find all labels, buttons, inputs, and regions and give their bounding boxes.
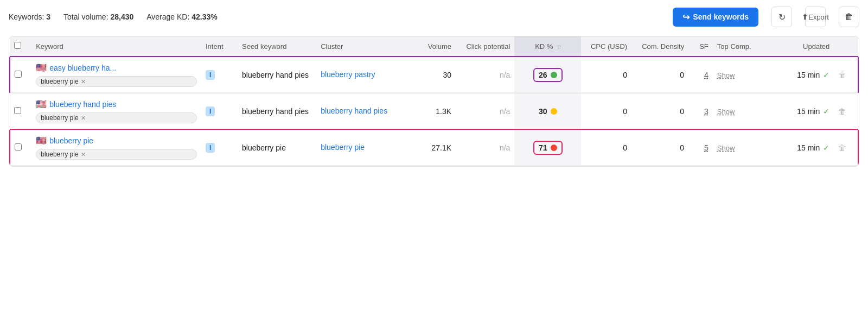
refresh-button[interactable]: ↻ (771, 7, 792, 27)
row3-keyword-text: blueberry pie (49, 136, 93, 145)
kd-pct-header[interactable]: KD % ≡ (514, 36, 581, 57)
total-volume-stat: Total volume: 28,430 (63, 12, 133, 21)
row2-check-icon: ✓ (823, 107, 829, 116)
select-all-header[interactable] (10, 36, 31, 57)
row3-volume-val: 27.1K (432, 143, 452, 152)
row3-intent-badge: I (206, 143, 215, 153)
row1-seed-text: blueberry hand pies (242, 71, 309, 79)
row3-cluster-cell: blueberry pie (316, 130, 407, 166)
avg-kd-value: 42.33% (192, 12, 217, 21)
row3-kd-dot (551, 145, 557, 151)
row1-volume-val: 30 (443, 71, 452, 79)
row2-seed-text: blueberry hand pies (242, 107, 309, 116)
row2-intent-badge: I (206, 106, 215, 116)
seed-keyword-header: Seed keyword (238, 36, 316, 57)
row2-keyword-link[interactable]: 🇺🇸 blueberry hand pies (36, 99, 197, 109)
row1-seed-cell: blueberry hand pies (238, 57, 316, 93)
row3-com-val: 0 (680, 143, 684, 152)
row1-show-link[interactable]: Show (717, 71, 735, 79)
row2-show-link[interactable]: Show (717, 108, 735, 116)
table-header-row: Keyword Intent Seed keyword Cluster Volu… (10, 36, 858, 57)
row2-cluster-cell: blueberry hand pies (316, 93, 407, 130)
row2-click-cell: n/a (456, 93, 514, 130)
top-bar: Keywords: 3 Total volume: 28,430 Average… (9, 7, 859, 27)
row1-kd-cell: 26 (514, 57, 581, 93)
row2-delete-icon[interactable]: 🗑 (838, 107, 846, 116)
row3-cpc-val: 0 (623, 143, 627, 152)
row3-intent-cell: I (201, 130, 238, 166)
select-all-checkbox[interactable] (14, 42, 21, 49)
row1-updated-text: 15 min (797, 71, 820, 79)
row2-sf-val[interactable]: 3 (704, 107, 709, 116)
trash-icon: 🗑 (845, 12, 853, 22)
row3-show-link[interactable]: Show (717, 144, 735, 152)
row1-sf-cell: 4 (688, 57, 713, 93)
row2-updated-text: 15 min (797, 107, 820, 116)
row3-tag-remove[interactable]: ✕ (81, 151, 86, 158)
row1-tag: blueberry pie ✕ (36, 76, 197, 87)
row1-intent-badge: I (206, 70, 215, 80)
row2-actions-cell: 🗑 (834, 93, 858, 130)
row3-actions-cell: 🗑 (834, 130, 858, 166)
row3-keyword-content: 🇺🇸 blueberry pie blueberry pie ✕ (36, 135, 197, 160)
row2-cluster-link[interactable]: blueberry hand pies (321, 106, 387, 115)
row1-actions-cell: 🗑 (834, 57, 858, 93)
row3-checkbox[interactable] (15, 143, 22, 150)
row1-checkbox-cell[interactable] (10, 57, 31, 93)
row2-kd-box: 30 (534, 105, 561, 117)
delete-button[interactable]: 🗑 (839, 7, 859, 27)
row2-topcomp-cell: Show (713, 93, 761, 130)
row1-click-cell: n/a (456, 57, 514, 93)
send-arrow-icon: ↪ (682, 12, 690, 22)
row2-com-val: 0 (680, 107, 684, 116)
row3-cluster-link[interactable]: blueberry pie (321, 143, 365, 152)
top-comp-header: Top Comp. (713, 36, 761, 57)
row3-click-val: n/a (500, 143, 510, 152)
row3-kd-cell: 71 (514, 130, 581, 166)
click-potential-header: Click potential (456, 36, 514, 57)
row1-sf-val[interactable]: 4 (704, 71, 709, 79)
row2-kd-dot (551, 108, 557, 115)
row3-checkbox-cell[interactable] (10, 130, 31, 166)
row1-tag-text: blueberry pie (41, 78, 78, 85)
row3-click-cell: n/a (456, 130, 514, 166)
com-density-header: Com. Density (631, 36, 688, 57)
table-row (10, 166, 858, 166)
row3-keyword-link[interactable]: 🇺🇸 blueberry pie (36, 135, 197, 146)
row2-checkbox-cell[interactable] (10, 93, 31, 130)
table-row: 🇺🇸 blueberry hand pies blueberry pie ✕ I (10, 93, 858, 130)
export-icon: ⬆ (802, 12, 808, 21)
row1-updated-cell: 15 min ✓ (761, 57, 834, 93)
row1-keyword-content: 🇺🇸 easy blueberry ha... blueberry pie ✕ (36, 62, 197, 87)
row2-seed-cell: blueberry hand pies (238, 93, 316, 130)
row1-checkbox[interactable] (15, 71, 22, 78)
row1-delete-icon[interactable]: 🗑 (838, 71, 846, 79)
row2-updated-cell: 15 min ✓ (761, 93, 834, 130)
keywords-stat: Keywords: 3 (9, 12, 50, 21)
row3-kd-value: 71 (539, 143, 547, 152)
sf-header: SF (688, 36, 713, 57)
row3-sf-val[interactable]: 5 (704, 143, 709, 152)
export-button[interactable]: ⬆ Export (805, 7, 826, 27)
row1-topcomp-cell: Show (713, 57, 761, 93)
intent-header: Intent (201, 36, 238, 57)
row1-tag-remove[interactable]: ✕ (81, 78, 86, 85)
row3-delete-icon[interactable]: 🗑 (838, 143, 846, 152)
row3-seed-text: blueberry pie (242, 143, 286, 152)
row2-checkbox[interactable] (14, 107, 21, 114)
row1-click-val: n/a (500, 71, 510, 79)
row3-kd-box: 71 (533, 141, 563, 155)
send-keywords-button[interactable]: ↪ Send keywords (673, 8, 758, 27)
row3-sf-cell: 5 (688, 130, 713, 166)
row3-seed-cell: blueberry pie (238, 130, 316, 166)
row2-tag-remove[interactable]: ✕ (81, 115, 86, 122)
row1-keyword-link[interactable]: 🇺🇸 easy blueberry ha... (36, 62, 197, 73)
row2-click-val: n/a (500, 107, 510, 116)
row1-cluster-link[interactable]: blueberry pastry (321, 70, 375, 79)
row2-tag-text: blueberry pie (41, 114, 78, 122)
cluster-header: Cluster (316, 36, 407, 57)
row3-flag: 🇺🇸 (36, 135, 47, 146)
row1-cpc-cell: 0 (581, 57, 631, 93)
row1-intent-cell: I (201, 57, 238, 93)
kd-sort-icon: ≡ (557, 43, 560, 50)
